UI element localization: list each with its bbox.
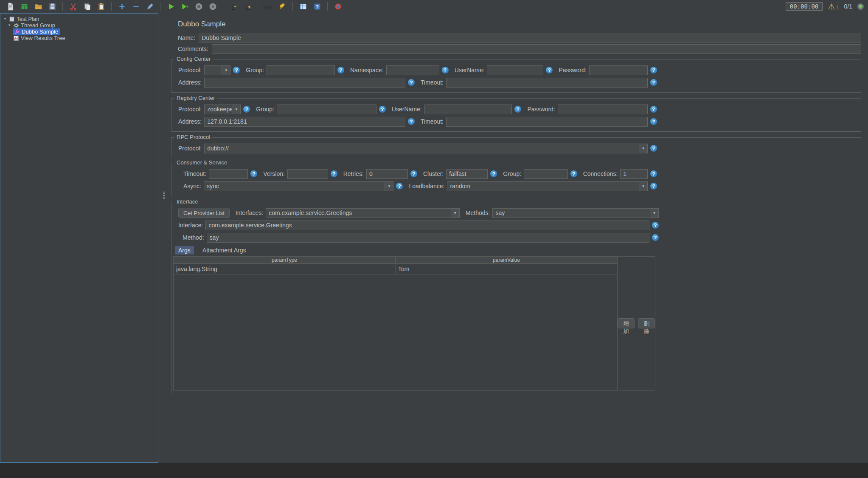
search-reset-icon[interactable] (276, 1, 288, 12)
tree-main-splitter[interactable] (158, 13, 169, 463)
chevron-down-icon[interactable] (639, 144, 647, 153)
version-label: Version: (263, 170, 285, 177)
toggle-icon[interactable] (144, 1, 156, 12)
cs-retries-field-group: Retries: (343, 169, 417, 179)
tree-item-thread-group[interactable]: Thread Group (0, 22, 158, 28)
tree-item-test-plan[interactable]: Test Plan (0, 16, 158, 22)
help-icon (337, 67, 344, 74)
log-errors-indicator[interactable]: ⚠ 1 (828, 3, 839, 11)
cs-async-combo[interactable]: sync (204, 181, 393, 191)
collapse-all-icon[interactable] (130, 1, 142, 12)
chevron-down-icon[interactable] (385, 182, 393, 191)
cs-connections-input[interactable] (620, 169, 648, 179)
cs-version-input[interactable] (287, 169, 328, 179)
loadbalance-label: Loadbalance: (409, 183, 444, 190)
tab-args[interactable]: Args (175, 246, 194, 255)
cs-group-input[interactable] (524, 169, 568, 179)
chevron-down-icon[interactable] (451, 209, 459, 218)
chevron-down-icon[interactable] (650, 209, 658, 218)
config-timeout-input[interactable] (446, 78, 648, 88)
registry-group-field-group: Group: (256, 105, 386, 114)
methods-combo[interactable]: say (492, 208, 659, 218)
delete-arg-button[interactable]: 删除 (638, 318, 655, 328)
search-icon[interactable] (262, 1, 274, 12)
clear-icon[interactable] (228, 1, 239, 12)
cs-async-field-group: Async: sync (183, 181, 403, 191)
config-address-input[interactable] (204, 78, 405, 88)
tree-item-dubbo-sample[interactable]: Dubbo Sample (0, 28, 158, 35)
rpc-protocol-title: RPC Protocol (174, 134, 212, 140)
registry-protocol-combo[interactable]: zookeeper (204, 105, 241, 114)
cs-cluster-input[interactable] (446, 169, 488, 179)
chevron-down-icon[interactable] (222, 66, 230, 75)
comments-label: Comments: (178, 45, 208, 52)
config-namespace-input[interactable] (386, 65, 439, 75)
expand-all-icon[interactable] (116, 1, 128, 12)
get-provider-list-button[interactable]: Get Provider List (178, 208, 230, 218)
config-group-input[interactable] (267, 65, 335, 75)
copy-icon[interactable] (81, 1, 93, 12)
connections-label: Connections: (583, 170, 618, 177)
help-icon (650, 183, 657, 190)
rpc-protocol-combo[interactable]: dubbo:// (204, 144, 648, 153)
registry-group-input[interactable] (277, 105, 376, 114)
expand-arrow-icon[interactable] (3, 17, 7, 21)
templates-icon[interactable] (18, 1, 30, 12)
method-input[interactable] (207, 233, 649, 243)
config-protocol-combo[interactable] (204, 65, 230, 75)
args-table: paramType paramValue java.lang.String To… (174, 257, 618, 390)
toolbar-separator (160, 2, 160, 11)
username-label: UserName: (455, 67, 485, 74)
add-arg-button[interactable]: 增加 (618, 318, 635, 328)
registry-timeout-input[interactable] (446, 117, 648, 127)
help-icon (652, 234, 659, 241)
interface-input[interactable] (205, 221, 649, 230)
param-value-cell[interactable]: Tom (396, 264, 617, 274)
shutdown-icon[interactable] (207, 1, 219, 12)
splitter-grip-icon[interactable] (163, 192, 165, 199)
tree-item-view-results-tree[interactable]: View Results Tree (0, 35, 158, 41)
name-input[interactable] (199, 33, 861, 42)
save-icon[interactable] (46, 1, 58, 12)
param-type-cell[interactable]: java.lang.String (174, 264, 396, 274)
start-no-pauses-icon[interactable] (179, 1, 191, 12)
start-icon[interactable] (165, 1, 177, 12)
config-timeout-field-group: Timeout: (421, 78, 657, 88)
cs-retries-input[interactable] (366, 169, 408, 179)
help-icon[interactable]: ? (311, 1, 323, 12)
registry-address-input[interactable] (204, 117, 405, 127)
new-file-icon[interactable] (4, 1, 16, 12)
column-header-paramtype[interactable]: paramType (174, 257, 396, 263)
comments-input[interactable] (212, 44, 861, 54)
registry-password-input[interactable] (558, 105, 648, 114)
help-icon (396, 183, 403, 190)
selected-tree-item[interactable]: Dubbo Sample (13, 28, 60, 35)
chevron-down-icon[interactable] (232, 105, 240, 114)
plugins-rosette-icon[interactable] (332, 1, 344, 12)
column-header-paramvalue[interactable]: paramValue (396, 257, 617, 263)
registry-username-input[interactable] (424, 105, 512, 114)
expand-arrow-icon[interactable] (7, 23, 11, 27)
paste-icon[interactable] (95, 1, 107, 12)
help-icon (250, 170, 257, 177)
registry-timeout-field-group: Timeout: (421, 117, 657, 127)
tree-item-label: Test Plan (17, 16, 39, 22)
interfaces-combo[interactable]: com.example.service.Greetings (266, 208, 460, 218)
stop-icon[interactable] (193, 1, 205, 12)
cs-loadbalance-combo[interactable]: random (447, 181, 648, 191)
function-helper-icon[interactable] (297, 1, 309, 12)
table-empty-area (174, 275, 617, 390)
help-icon (331, 170, 337, 177)
chevron-down-icon[interactable] (639, 182, 647, 191)
timeout-label: Timeout: (421, 118, 444, 125)
tab-attachment-args[interactable]: Attachment Args (199, 246, 250, 255)
table-row[interactable]: java.lang.String Tom (174, 264, 617, 275)
config-password-input[interactable] (589, 65, 648, 75)
name-label: Name: (178, 34, 195, 41)
cs-timeout-input[interactable] (209, 169, 248, 179)
interfaces-field-group: Interfaces: com.example.service.Greeting… (236, 208, 460, 218)
open-icon[interactable] (32, 1, 44, 12)
cut-icon[interactable] (67, 1, 79, 12)
config-username-input[interactable] (487, 65, 543, 75)
clear-all-icon[interactable] (242, 1, 253, 12)
